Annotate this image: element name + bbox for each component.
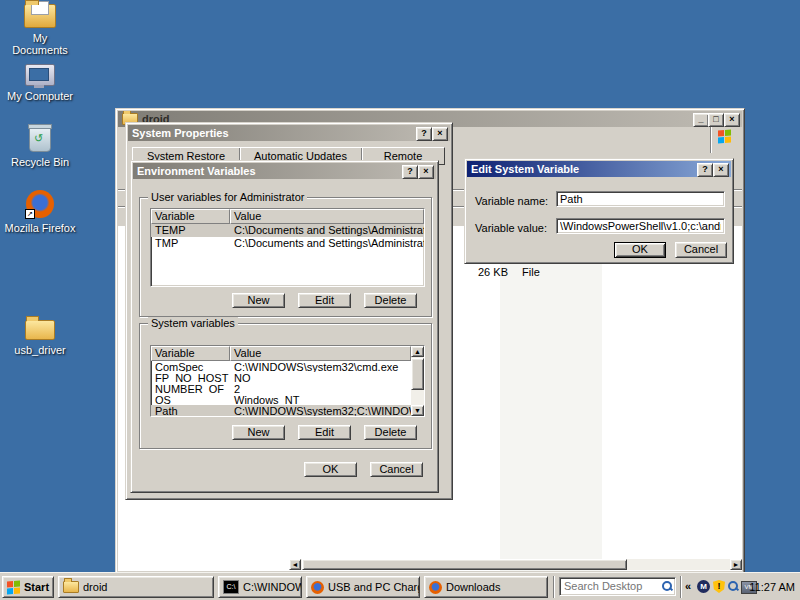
table-row[interactable]: NUMBER_OF_P... 2 xyxy=(151,383,411,394)
scroll-left-icon[interactable]: ◄ xyxy=(289,559,301,570)
ok-button[interactable]: OK xyxy=(304,462,357,477)
start-button[interactable]: Start xyxy=(2,576,54,598)
desktop-icon-label: Mozilla Firefox xyxy=(4,222,76,234)
scroll-down-icon[interactable]: ▼ xyxy=(411,405,424,416)
task-label: droid xyxy=(83,581,107,594)
help-icon[interactable]: ? xyxy=(402,165,418,179)
scrollbar-thumb[interactable] xyxy=(302,559,627,570)
minimize-button[interactable]: _ xyxy=(693,113,709,127)
scroll-right-icon[interactable]: ► xyxy=(730,559,742,570)
taskbar-button-cmd[interactable]: C:\ C:\WINDOWS\system32... xyxy=(218,576,302,598)
desktop-icon-my-computer[interactable]: My Computer xyxy=(4,64,76,102)
variable-name-cell: OS xyxy=(151,394,230,405)
close-icon[interactable]: × xyxy=(432,127,448,141)
cmd-icon: C:\ xyxy=(223,580,239,594)
variable-name-cell: NUMBER_OF_P... xyxy=(151,383,230,394)
variable-name-cell: TMP xyxy=(151,237,230,250)
folder-icon xyxy=(25,320,55,340)
table-row[interactable]: FP_NO_HOST_C... NO xyxy=(151,372,411,383)
column-header-variable[interactable]: Variable xyxy=(151,346,230,361)
help-icon[interactable]: ? xyxy=(697,163,713,177)
taskbar-button-usb-charging[interactable]: USB and PC Charging Dri... xyxy=(306,576,420,598)
variable-name-cell: FP_NO_HOST_C... xyxy=(151,372,230,383)
system-edit-button[interactable]: Edit xyxy=(298,425,351,440)
environment-variables-title-bar[interactable]: Environment Variables ? × xyxy=(133,163,436,179)
file-size-cell: 26 KB xyxy=(478,266,508,278)
task-label: C:\WINDOWS\system32... xyxy=(243,581,302,594)
column-header-value[interactable]: Value xyxy=(230,209,424,224)
horizontal-scrollbar[interactable]: ◄ ► xyxy=(289,559,742,570)
table-row[interactable]: ComSpec C:\WINDOWS\system32\cmd.exe xyxy=(151,361,411,372)
system-properties-title-bar[interactable]: System Properties ? × xyxy=(128,125,450,141)
variable-value-cell: 2 xyxy=(230,383,411,394)
my-documents-icon xyxy=(24,4,56,28)
list-header: Variable Value xyxy=(151,209,424,224)
file-details-row: 26 KB File xyxy=(478,266,540,278)
search-icon[interactable] xyxy=(661,580,673,592)
dialog-title: Edit System Variable xyxy=(471,163,579,175)
user-delete-button[interactable]: Delete xyxy=(364,293,417,308)
edit-system-variable-title-bar[interactable]: Edit System Variable ? × xyxy=(467,161,731,177)
task-label: USB and PC Charging Dri... xyxy=(328,581,420,594)
variable-name-input[interactable] xyxy=(556,191,725,207)
system-delete-button[interactable]: Delete xyxy=(364,425,417,440)
scroll-up-icon[interactable]: ▲ xyxy=(411,346,424,357)
close-icon[interactable]: × xyxy=(418,165,434,179)
variable-value-cell: Windows_NT xyxy=(230,394,411,405)
desktop-icon-label: My Documents xyxy=(4,32,76,56)
taskbar-button-downloads[interactable]: Downloads xyxy=(424,576,548,598)
desktop-icon-mozilla-firefox[interactable]: ↗ Mozilla Firefox xyxy=(4,190,76,234)
table-row[interactable]: Path C:\WINDOWS\system32;C:\WINDOWS;... xyxy=(151,405,411,416)
variable-name-cell: TEMP xyxy=(151,224,230,237)
table-row[interactable]: TMP C:\Documents and Settings\Administra… xyxy=(151,237,424,250)
desktop-icon-usb-driver[interactable]: usb_driver xyxy=(4,320,76,356)
system-new-button[interactable]: New xyxy=(232,425,285,440)
vertical-scrollbar[interactable]: ▲ ▼ xyxy=(411,346,424,416)
cancel-button[interactable]: Cancel xyxy=(675,242,727,258)
variable-value-cell: C:\WINDOWS\system32\cmd.exe xyxy=(230,361,411,372)
ok-button[interactable]: OK xyxy=(614,242,666,258)
variable-value-cell: C:\WINDOWS\system32;C:\WINDOWS;... xyxy=(230,405,411,416)
user-variables-group: User variables for Administrator Variabl… xyxy=(139,197,432,317)
motorola-icon[interactable]: M xyxy=(697,580,710,593)
table-row[interactable]: TEMP C:\Documents and Settings\Administr… xyxy=(151,224,424,237)
task-label: Downloads xyxy=(446,581,500,594)
scrollbar-thumb[interactable] xyxy=(411,358,424,390)
column-header-value[interactable]: Value xyxy=(230,346,411,361)
system-variables-group: System variables Variable Value ComSpec … xyxy=(139,323,432,449)
desktop-icon-my-documents[interactable]: My Documents xyxy=(4,4,76,56)
variable-value-input[interactable] xyxy=(556,218,725,234)
taskbar-button-droid[interactable]: droid xyxy=(58,576,214,598)
system-variables-list[interactable]: Variable Value ComSpec C:\WINDOWS\system… xyxy=(150,345,425,417)
windows-throbber-icon xyxy=(710,127,740,153)
variable-name-cell: ComSpec xyxy=(151,361,230,372)
tray-divider xyxy=(680,576,681,598)
edit-system-variable-dialog: Edit System Variable ? × Variable name: … xyxy=(464,158,734,264)
file-type-cell: File xyxy=(522,266,540,278)
desktop-icon-recycle-bin[interactable]: ↺ Recycle Bin xyxy=(4,126,76,168)
variable-name-cell: Path xyxy=(151,405,230,416)
start-label: Start xyxy=(24,581,49,594)
variable-value-cell: C:\Documents and Settings\Administrat... xyxy=(230,237,424,250)
close-icon[interactable]: × xyxy=(713,163,729,177)
tray-clock: 11:27 AM xyxy=(749,581,795,593)
variable-value-cell: C:\Documents and Settings\Administrat... xyxy=(230,224,424,237)
search-magnifier-icon[interactable] xyxy=(727,580,739,592)
security-shield-icon[interactable]: ! xyxy=(713,580,725,593)
group-label: System variables xyxy=(148,317,238,329)
recycle-bin-icon: ↺ xyxy=(29,126,51,152)
maximize-button[interactable]: □ xyxy=(708,113,724,127)
cancel-button[interactable]: Cancel xyxy=(370,462,423,477)
close-icon[interactable]: × xyxy=(724,113,740,127)
list-header: Variable Value xyxy=(151,346,411,361)
taskbar-divider xyxy=(553,576,554,598)
user-variables-list[interactable]: Variable Value TEMP C:\Documents and Set… xyxy=(150,208,425,287)
help-icon[interactable]: ? xyxy=(416,127,432,141)
search-input[interactable] xyxy=(562,579,658,593)
user-new-button[interactable]: New xyxy=(232,293,285,308)
firefox-icon xyxy=(429,581,442,594)
tray-chevron[interactable]: « xyxy=(685,580,691,592)
table-row[interactable]: OS Windows_NT xyxy=(151,394,411,405)
user-edit-button[interactable]: Edit xyxy=(298,293,351,308)
column-header-variable[interactable]: Variable xyxy=(151,209,230,224)
